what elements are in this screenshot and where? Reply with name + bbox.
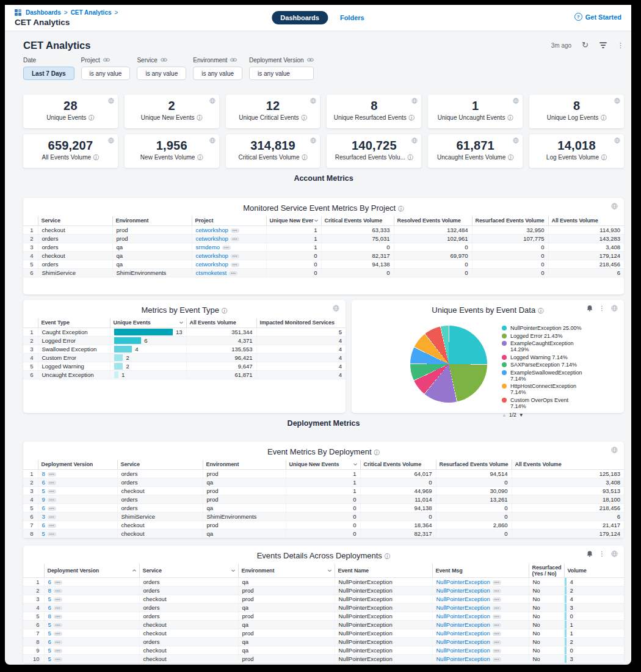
cell-deployment-version[interactable]: 6••• xyxy=(38,478,117,486)
info-icon[interactable]: ⓘ xyxy=(507,114,513,121)
cell-event-msg[interactable]: NullPointerException••• xyxy=(432,654,529,663)
cell-event-msg[interactable]: NullPointerException••• xyxy=(432,577,529,586)
deployment-version-link[interactable]: 6 xyxy=(48,638,51,645)
filter-value-button[interactable]: is any value xyxy=(81,67,131,80)
column-header-unique-new-events[interactable]: Unique New Ever xyxy=(266,216,321,225)
globe-icon[interactable] xyxy=(333,305,339,312)
event-msg-link[interactable]: NullPointerException xyxy=(436,656,490,662)
cell-deployment-version[interactable]: 6••• xyxy=(38,520,117,529)
refresh-icon[interactable]: ↻ xyxy=(582,42,588,48)
cell-deployment-version[interactable]: 8••• xyxy=(44,586,139,594)
event-msg-link[interactable]: NullPointerException xyxy=(436,579,490,585)
more-badge[interactable]: ••• xyxy=(48,532,56,536)
pie-chart[interactable] xyxy=(410,326,487,403)
project-link[interactable]: srmdemo xyxy=(196,244,220,250)
cell-event-msg[interactable]: NullPointerException••• xyxy=(432,646,529,654)
globe-icon[interactable] xyxy=(310,98,316,104)
more-badge[interactable]: ••• xyxy=(48,524,56,528)
cell-deployment-version[interactable]: 9••• xyxy=(38,495,117,503)
info-icon[interactable]: ⓘ xyxy=(385,553,391,560)
column-header-environment[interactable]: Environment xyxy=(203,460,286,469)
more-badge[interactable]: ••• xyxy=(493,597,501,602)
column-header-environment[interactable]: Environment xyxy=(112,216,192,225)
bell-icon[interactable] xyxy=(587,550,593,557)
info-icon[interactable]: ⓘ xyxy=(508,154,514,161)
deployment-version-link[interactable]: 5 xyxy=(42,488,45,494)
event-msg-link[interactable]: NullPointerException xyxy=(436,638,490,645)
more-badge[interactable]: ••• xyxy=(493,580,501,585)
column-header-event-msg[interactable]: Event Msg xyxy=(432,564,529,577)
project-link[interactable]: cetworkshop xyxy=(196,252,228,259)
cell-event-msg[interactable]: NullPointerException••• xyxy=(432,637,529,646)
deployment-version-link[interactable]: 5 xyxy=(48,596,51,602)
deployment-version-link[interactable]: 6 xyxy=(48,604,51,611)
more-badge[interactable]: ••• xyxy=(54,640,62,645)
more-badge[interactable]: ••• xyxy=(231,254,239,258)
cell-deployment-version[interactable]: 5••• xyxy=(38,529,117,538)
filter-value-button[interactable]: Last 7 Days xyxy=(23,67,74,80)
cell-event-msg[interactable]: NullPointerException••• xyxy=(432,620,529,629)
info-icon[interactable]: ⓘ xyxy=(374,449,380,456)
more-badge[interactable]: ••• xyxy=(48,489,56,494)
column-header-critical-events-volume[interactable]: Critical Events Volume xyxy=(321,216,394,225)
more-badge[interactable]: ••• xyxy=(229,271,237,276)
more-badge[interactable]: ••• xyxy=(493,649,501,653)
cell-project[interactable]: ctsmoketest••• xyxy=(192,268,266,277)
more-badge[interactable]: ••• xyxy=(231,228,239,233)
legend-item[interactable]: ExampleCaughtException 14.29% xyxy=(502,340,584,352)
globe-icon[interactable] xyxy=(614,98,620,104)
cell-deployment-version[interactable]: 8••• xyxy=(38,469,117,478)
more-badge[interactable]: ••• xyxy=(54,657,62,662)
more-badge[interactable]: ••• xyxy=(48,472,56,477)
deployment-version-link[interactable]: 5 xyxy=(48,647,51,654)
more-badge[interactable]: ••• xyxy=(54,589,62,593)
cell-deployment-version[interactable]: 5••• xyxy=(44,594,139,603)
cell-project[interactable]: cetworkshop••• xyxy=(192,251,266,260)
more-badge[interactable]: ••• xyxy=(231,237,239,241)
deployment-version-link[interactable]: 8 xyxy=(42,470,45,477)
more-badge[interactable]: ••• xyxy=(493,589,501,593)
info-icon[interactable]: ⓘ xyxy=(197,114,203,121)
cell-deployment-version[interactable]: 5••• xyxy=(44,620,139,629)
cell-deployment-version[interactable]: 6••• xyxy=(44,577,139,586)
more-badge[interactable]: ••• xyxy=(48,515,56,519)
globe-icon[interactable] xyxy=(611,447,618,453)
more-badge[interactable]: ••• xyxy=(493,632,501,636)
info-icon[interactable]: ⓘ xyxy=(222,307,228,314)
cell-event-msg[interactable]: NullPointerException••• xyxy=(432,603,529,612)
globe-icon[interactable] xyxy=(513,137,519,144)
more-badge[interactable]: ••• xyxy=(493,623,501,627)
info-icon[interactable]: ⓘ xyxy=(409,114,415,121)
event-msg-link[interactable]: NullPointerException xyxy=(436,630,490,637)
globe-icon[interactable] xyxy=(513,98,519,104)
more-badge[interactable]: ••• xyxy=(54,632,62,636)
breadcrumb-cet-analytics[interactable]: CET Analytics xyxy=(71,9,112,16)
more-badge[interactable]: ••• xyxy=(48,498,56,502)
info-icon[interactable]: ⓘ xyxy=(408,154,414,161)
column-header-event-type[interactable]: Event Type xyxy=(38,318,110,327)
cell-project[interactable]: cetworkshop••• xyxy=(192,260,266,268)
deployment-version-link[interactable]: 6 xyxy=(42,479,45,486)
project-link[interactable]: cetworkshop xyxy=(196,261,228,268)
column-header-all-events-volume[interactable]: All Events Volume xyxy=(548,216,624,225)
cell-event-msg[interactable]: NullPointerException••• xyxy=(432,594,529,603)
more-badge[interactable]: ••• xyxy=(54,615,62,619)
globe-icon[interactable] xyxy=(209,137,215,144)
project-link[interactable]: cetworkshop xyxy=(196,227,228,233)
info-icon[interactable]: ⓘ xyxy=(197,154,203,161)
globe-icon[interactable] xyxy=(614,137,620,144)
column-header-service[interactable]: Service xyxy=(139,564,238,577)
more-badge[interactable]: ••• xyxy=(493,606,501,610)
globe-icon[interactable] xyxy=(611,305,618,312)
cell-deployment-version[interactable]: 5••• xyxy=(44,654,139,663)
kebab-menu-icon[interactable]: ⋮ xyxy=(617,42,624,49)
more-badge[interactable]: ••• xyxy=(54,649,62,653)
column-header-all-events-volume[interactable]: All Events Volume xyxy=(186,318,256,327)
globe-icon[interactable] xyxy=(108,137,114,144)
deployment-version-link[interactable]: 6 xyxy=(42,505,45,511)
globe-icon[interactable] xyxy=(411,137,418,144)
info-icon[interactable]: ⓘ xyxy=(601,154,607,161)
cell-deployment-version[interactable]: 6••• xyxy=(38,503,117,512)
more-badge[interactable]: ••• xyxy=(48,481,56,485)
deployment-version-link[interactable]: 3 xyxy=(42,513,45,520)
